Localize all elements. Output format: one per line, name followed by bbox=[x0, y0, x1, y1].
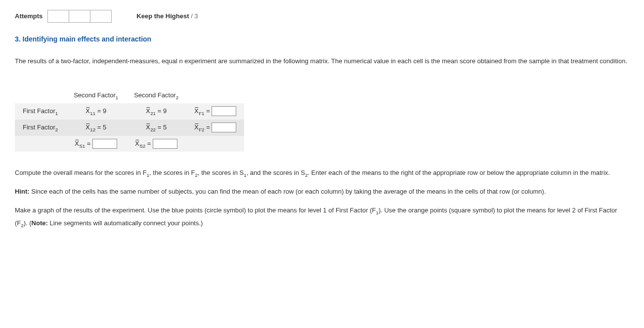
hint-label: Hint: bbox=[15, 188, 30, 195]
marginal-xs1: X̅S1 = bbox=[66, 136, 126, 152]
attempt-boxes bbox=[47, 10, 112, 23]
table-row: First Factor2 X̅12 = 5 X̅22 = 5 X̅F2 = bbox=[15, 120, 244, 136]
marginal-xf2: X̅F2 = bbox=[186, 120, 244, 136]
marginal-xs2: X̅S2 = bbox=[126, 136, 186, 152]
input-xf1[interactable] bbox=[212, 106, 236, 116]
cell-x21: X̅21 = 9 bbox=[126, 103, 186, 120]
cell-x11: X̅11 = 9 bbox=[66, 103, 126, 120]
col-header-s1: Second Factor1 bbox=[66, 87, 126, 104]
keep-highest-count: / 3 bbox=[189, 12, 198, 20]
input-xs1[interactable] bbox=[92, 139, 117, 149]
hint-paragraph: Hint: Since each of the cells has the sa… bbox=[15, 185, 629, 198]
attempt-box-1[interactable] bbox=[47, 10, 69, 23]
intro-paragraph: The results of a two-factor, independent… bbox=[15, 55, 629, 68]
matrix: Second Factor1 Second Factor2 First Fact… bbox=[15, 87, 629, 152]
attempts-label: Attempts bbox=[15, 10, 43, 23]
attempt-box-2[interactable] bbox=[69, 10, 90, 23]
cell-x12: X̅12 = 5 bbox=[66, 120, 126, 136]
row-header-f1: First Factor1 bbox=[15, 103, 66, 120]
compute-paragraph: Compute the overall means for the scores… bbox=[15, 166, 629, 179]
keep-highest-text: Keep the Highest bbox=[136, 12, 189, 20]
input-xf2[interactable] bbox=[212, 123, 236, 132]
note-label: Note: bbox=[32, 219, 48, 227]
marginal-xf1: X̅F1 = bbox=[186, 103, 244, 120]
table-row: X̅S1 = X̅S2 = bbox=[15, 136, 244, 152]
keep-highest-label: Keep the Highest / 3 bbox=[136, 10, 198, 23]
graph-paragraph: Make a graph of the results of the exper… bbox=[15, 204, 629, 230]
cell-x22: X̅22 = 5 bbox=[126, 120, 186, 136]
question-title: 3. Identifying main effects and interact… bbox=[15, 33, 629, 46]
row-header-f2: First Factor2 bbox=[15, 120, 66, 136]
table-row: First Factor1 X̅11 = 9 X̅21 = 9 X̅F1 = bbox=[15, 103, 244, 120]
input-xs2[interactable] bbox=[153, 139, 177, 149]
attempts-bar: Attempts Keep the Highest / 3 bbox=[15, 10, 629, 23]
col-header-s2: Second Factor2 bbox=[126, 87, 186, 104]
attempt-box-3[interactable] bbox=[90, 10, 112, 23]
